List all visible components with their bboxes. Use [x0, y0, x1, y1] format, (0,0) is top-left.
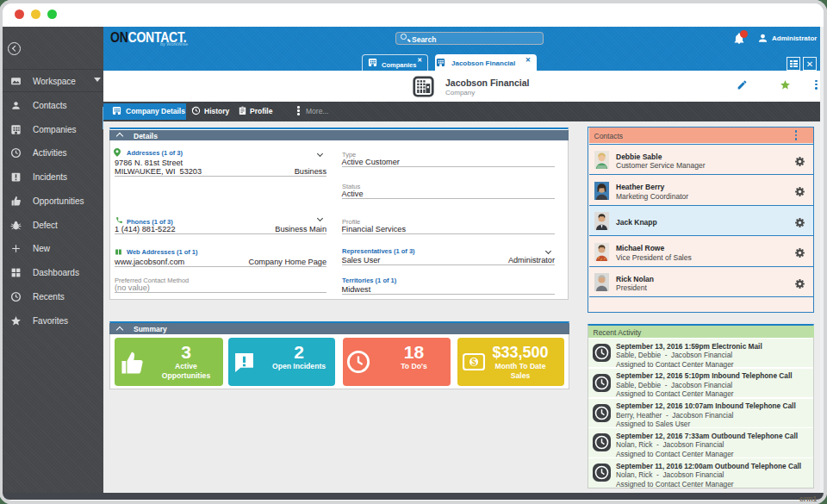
svg-text:$: $: [471, 357, 476, 366]
